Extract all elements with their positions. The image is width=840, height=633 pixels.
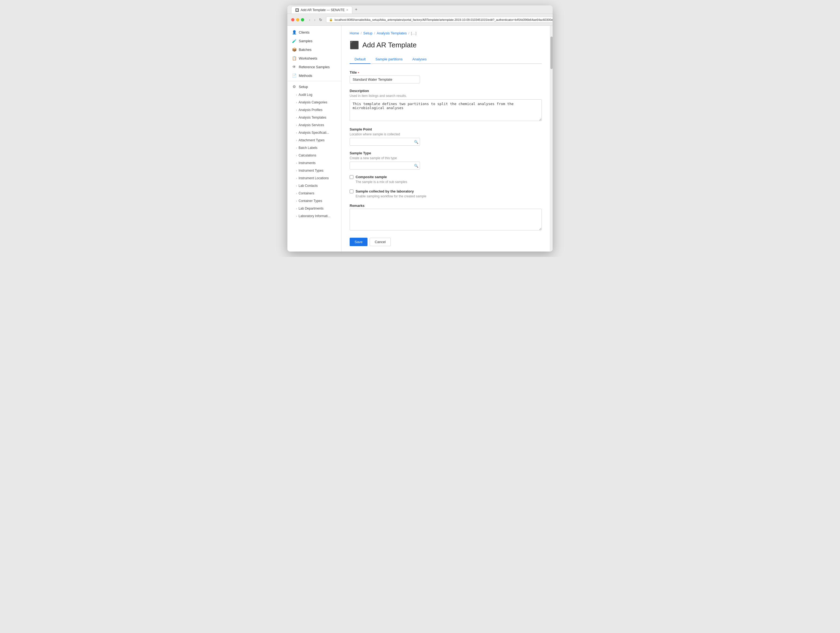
reference-samples-icon: 👁 [292,65,297,69]
sample-point-search-button[interactable]: 🔍 [414,140,418,144]
sidebar-child-label: Lab Contacts [298,184,318,188]
sidebar-item-reference-samples[interactable]: 👁 Reference Samples [287,63,341,71]
composite-sample-label: Composite sample [355,175,387,179]
sidebar-child-analysis-services[interactable]: › Analysis Services [287,121,341,129]
url-text: localhost:8080/senaite/bika_setup/bika_a… [335,18,553,21]
breadcrumb-sep3: / [408,31,409,35]
sidebar-child-label: Analysis Services [298,123,324,127]
remarks-label: Remarks [350,204,542,208]
window-close-button[interactable] [291,18,294,21]
sample-type-hint: Create a new sample of this type [350,156,542,160]
main-content: Home / Setup / Analysis Templates / […] … [341,26,550,252]
sidebar-label-batches: Batches [299,47,311,52]
sample-type-search-button[interactable]: 🔍 [414,163,418,168]
cancel-button[interactable]: Cancel [369,238,391,246]
sidebar-child-batch-labels[interactable]: › Batch Labels [287,144,341,152]
page-title: Add AR Template [362,41,417,49]
sidebar-child-container-types[interactable]: › Container Types [287,197,341,205]
breadcrumb: Home / Setup / Analysis Templates / […] [350,31,542,35]
sidebar-child-analysis-profiles[interactable]: › Analysis Profiles [287,106,341,114]
sidebar-child-attachment-types[interactable]: › Attachment Types [287,136,341,144]
save-button[interactable]: Save [350,238,368,246]
breadcrumb-setup[interactable]: Setup [363,31,373,35]
title-input[interactable] [350,76,420,83]
sample-point-hint: Location where sample is collected [350,132,542,136]
breadcrumb-ellipsis: […] [411,31,417,35]
sidebar-child-instruments[interactable]: › Instruments [287,159,341,167]
address-bar[interactable]: 🔒 localhost:8080/senaite/bika_setup/bika… [326,16,553,23]
scroll-thumb[interactable] [550,36,553,69]
remarks-textarea[interactable] [350,209,542,230]
sidebar-label-samples: Samples [299,39,313,43]
description-field-group: Description Used in item listings and se… [350,89,542,122]
sidebar-item-batches[interactable]: 📦 Batches [287,45,341,54]
composite-sample-hint: The sample is a mix of sub samples [350,180,542,184]
sidebar-child-label: Analysis Categories [298,100,327,104]
tab-default[interactable]: Default [350,55,371,64]
sample-point-input-wrap: 🔍 [350,138,420,146]
sample-type-input[interactable] [350,161,420,169]
sidebar-item-samples[interactable]: 🧪 Samples [287,36,341,45]
page-header: ⬛ Add AR Template [350,41,542,49]
sidebar-item-clients[interactable]: 👤 Clients [287,28,341,36]
chevron-icon: › [296,93,297,97]
back-button[interactable]: ‹ [308,17,311,22]
sidebar-child-analysis-categories[interactable]: › Analysis Categories [287,98,341,106]
forward-button[interactable]: › [313,17,317,22]
sidebar-child-label: Analysis Specificati... [298,131,329,135]
sidebar-child-label: Containers [298,191,314,195]
lab-collected-hint: Enable sampling workflow for the created… [350,195,542,198]
chevron-icon: › [296,192,297,195]
composite-checkbox-row: Composite sample [350,175,542,179]
new-tab-button[interactable]: + [352,5,360,14]
description-textarea[interactable] [350,100,542,121]
sidebar-child-label: Instrument Types [298,169,324,172]
chevron-icon: › [296,154,297,157]
sidebar-child-analysis-templates[interactable]: › Analysis Templates [287,114,341,121]
description-hint: Used in item listings and search results… [350,94,542,98]
lock-icon: 🔒 [329,18,333,21]
sidebar-label-methods: Methods [299,74,312,78]
sidebar-child-label: Instrument Locations [298,176,328,180]
sidebar-child-instrument-types[interactable]: › Instrument Types [287,167,341,174]
tab-favicon: 🔲 [295,8,299,12]
sidebar-item-worksheets[interactable]: 📋 Worksheets [287,54,341,63]
lab-collected-checkbox[interactable] [350,190,354,193]
sidebar-child-label: Lab Departments [298,207,324,210]
sidebar-child-lab-contacts[interactable]: › Lab Contacts [287,182,341,190]
breadcrumb-analysis-templates[interactable]: Analysis Templates [377,31,407,35]
sidebar-child-audit-log[interactable]: › Audit Log [287,91,341,98]
sidebar-child-containers[interactable]: › Containers [287,190,341,197]
sidebar-label-reference-samples: Reference Samples [299,65,330,69]
browser-tab[interactable]: 🔲 Add AR Template — SENAITE × [291,6,352,14]
breadcrumb-home[interactable]: Home [350,31,359,35]
sidebar-child-analysis-specifications[interactable]: › Analysis Specificati... [287,129,341,136]
page-header-icon: ⬛ [350,41,359,49]
sidebar-item-methods[interactable]: 📄 Methods [287,71,341,80]
tab-analyses[interactable]: Analyses [407,55,432,64]
tab-close-button[interactable]: × [346,8,348,12]
scrollbar[interactable] [550,26,553,252]
sidebar-item-setup[interactable]: ⚙ Setup [287,82,341,91]
sidebar-divider [287,81,341,81]
chevron-icon: › [296,147,297,149]
ar-template-form: Title • Description Used in item listing… [350,70,542,246]
reload-button[interactable]: ↻ [318,17,324,22]
window-minimize-button[interactable] [296,18,299,21]
chevron-icon: › [296,116,297,119]
composite-sample-checkbox[interactable] [350,175,354,179]
breadcrumb-sep2: / [374,31,375,35]
sidebar-child-instrument-locations[interactable]: › Instrument Locations [287,174,341,182]
sidebar-child-laboratory-information[interactable]: › Laboratory Informati... [287,212,341,220]
tab-sample-partitions[interactable]: Sample partitions [371,55,407,64]
sidebar-child-lab-departments[interactable]: › Lab Departments [287,205,341,212]
sidebar-child-calculations[interactable]: › Calculations [287,152,341,159]
remarks-field-group: Remarks [350,204,542,231]
sample-point-input[interactable] [350,138,420,146]
samples-icon: 🧪 [292,39,297,43]
window-maximize-button[interactable] [301,18,304,21]
sidebar-label-clients: Clients [299,30,309,34]
lab-collected-group: Sample collected by the laboratory Enabl… [350,189,542,198]
required-indicator: • [358,70,359,74]
description-label: Description [350,89,542,93]
